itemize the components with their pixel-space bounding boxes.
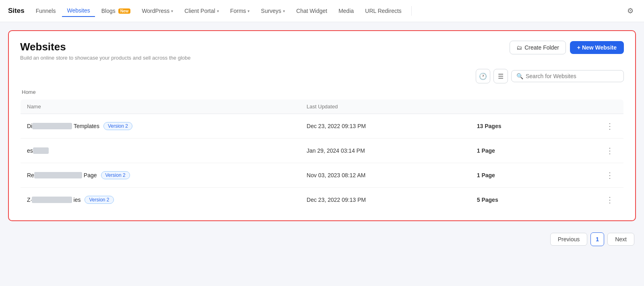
client-portal-chevron-icon: ▾ [217,9,219,13]
nav-item-blogs[interactable]: Blogs New [97,5,136,17]
cell-name: es████ [21,139,300,163]
nav-item-forms[interactable]: Forms ▾ [225,5,255,17]
websites-card: Websites Build an online store to showca… [8,30,636,221]
search-box[interactable]: 🔍 [511,70,624,82]
table-row: Di██████████ Templates Version 2 Dec 23,… [21,114,624,139]
nav-item-client-portal[interactable]: Client Portal ▾ [180,5,223,17]
col-name-header: Name [21,99,300,114]
cell-name: Re████████████ Page Version 2 [21,163,300,188]
card-header: Websites Build an online store to showca… [20,41,624,61]
search-icon: 🔍 [516,73,523,79]
table-row: Z·██████████ ies Version 2 Dec 23, 2022 … [21,188,624,212]
main-content: Websites Build an online store to showca… [0,22,644,286]
page-title: Websites [20,41,190,53]
table-header-row: Name Last Updated [21,99,624,114]
version-badge: Version 2 [103,122,132,130]
table-row: Re████████████ Page Version 2 Nov 03, 20… [21,163,624,188]
list-view-icon-button[interactable]: ☰ [493,69,508,83]
cell-last-updated: Nov 03, 2023 08:12 AM [300,163,471,188]
breadcrumb: Home [20,89,624,95]
name-prefix: es [27,147,33,154]
nav-item-funnels[interactable]: Funnels [31,5,61,17]
more-options-button[interactable]: ⋮ [603,144,617,157]
settings-icon[interactable]: ⚙ [625,4,636,18]
nav-item-media[interactable]: Media [334,5,359,17]
cell-pages: 1 Page [471,163,559,188]
nav-item-url-redirects[interactable]: URL Redirects [360,5,407,17]
cell-pages: 13 Pages [471,114,559,139]
name-blurred: ██████████ [32,197,72,203]
history-icon-button[interactable]: 🕐 [476,69,490,83]
site-name-text: Re████████████ Page [27,172,97,178]
nav-divider [411,6,412,16]
col-pages-header [471,99,559,114]
page-subtitle: Build an online store to showcase your p… [20,55,190,61]
page-number-1[interactable]: 1 [590,232,604,246]
cell-pages: 5 Pages [471,188,559,212]
header-actions: 🗂 Create Folder + New Website [510,41,624,54]
list-icon: ☰ [498,73,504,80]
nav-item-surveys[interactable]: Surveys ▾ [256,5,290,17]
site-name-text: Z·██████████ ies [27,197,80,203]
version-badge: Version 2 [85,196,114,204]
surveys-chevron-icon: ▾ [283,9,285,13]
next-button[interactable]: Next [607,233,634,246]
new-website-button[interactable]: + New Website [570,41,624,54]
previous-button[interactable]: Previous [550,233,587,246]
wordpress-chevron-icon: ▾ [171,9,173,13]
top-navigation: Sites Funnels Websites Blogs New WordPre… [0,0,644,22]
col-actions-header [559,99,624,114]
site-name-text: Di██████████ Templates [27,123,99,129]
pagination: Previous 1 Next [8,228,636,248]
more-options-button[interactable]: ⋮ [603,120,617,133]
more-options-button[interactable]: ⋮ [603,169,617,182]
blogs-new-badge: New [118,8,131,14]
cell-last-updated: Dec 23, 2022 09:13 PM [300,114,471,139]
name-blurred: ██████████ [32,123,72,129]
table-row: es████ Jan 29, 2024 03:14 PM1 Page⋮ [21,139,624,163]
cell-last-updated: Dec 23, 2022 09:13 PM [300,188,471,212]
clock-icon: 🕐 [479,73,487,80]
name-prefix: Re [27,172,34,178]
col-last-updated-header: Last Updated [300,99,471,114]
cell-pages: 1 Page [471,139,559,163]
name-prefix: Di [27,123,32,129]
version-badge: Version 2 [101,171,130,179]
forms-chevron-icon: ▾ [248,9,250,13]
toolbar: 🕐 ☰ 🔍 [20,69,624,83]
cell-actions[interactable]: ⋮ [559,163,624,188]
name-prefix: Z· [27,197,32,203]
create-folder-button[interactable]: 🗂 Create Folder [510,41,566,54]
name-blurred: ████████████ [34,172,82,178]
cell-actions[interactable]: ⋮ [559,114,624,139]
cell-actions[interactable]: ⋮ [559,188,624,212]
brand-label: Sites [8,7,25,15]
name-blurred: ████ [33,147,49,154]
name-suffix: Templates [72,123,99,129]
search-input[interactable] [526,73,619,79]
websites-table: Name Last Updated Di██████████ Templates… [20,99,624,212]
nav-item-chat-widget[interactable]: Chat Widget [291,5,332,17]
nav-item-websites[interactable]: Websites [62,5,95,17]
nav-item-wordpress[interactable]: WordPress ▾ [137,5,178,17]
cell-name: Di██████████ Templates Version 2 [21,114,300,139]
name-suffix: Page [82,172,97,178]
folder-icon: 🗂 [516,44,522,51]
card-title-area: Websites Build an online store to showca… [20,41,190,61]
cell-actions[interactable]: ⋮ [559,139,624,163]
more-options-button[interactable]: ⋮ [603,193,617,206]
cell-name: Z·██████████ ies Version 2 [21,188,300,212]
cell-last-updated: Jan 29, 2024 03:14 PM [300,139,471,163]
site-name-text: es████ [27,147,49,154]
name-suffix: ies [72,197,81,203]
